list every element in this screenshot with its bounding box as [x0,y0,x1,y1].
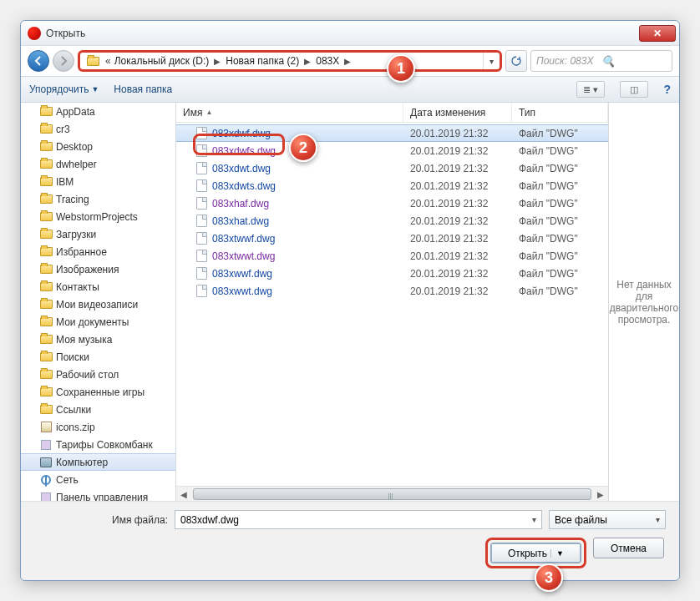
annotation-badge-2: 2 [289,134,317,162]
file-date: 20.01.2019 21:32 [403,233,512,245]
address-bar[interactable]: « Локальный диск (D:) ▶ Новая папка (2) … [78,50,502,72]
tree-label: Тарифы Совкомбанк [56,439,153,451]
tree-item[interactable]: Поиски [21,348,175,366]
tree-label: Моя музыка [56,334,112,346]
tree-item[interactable]: Моя музыка [21,331,175,348]
back-button[interactable] [28,50,49,72]
file-date: 20.01.2019 21:32 [403,250,512,262]
tree-item[interactable]: IBM [21,173,175,190]
file-type: Файл "DWG" [512,285,608,297]
fld-icon [39,229,53,240]
tree-label: Desktop [56,141,93,153]
tree-label: Сохраненные игры [56,386,145,398]
scroll-left-icon[interactable]: ◀ [176,487,191,502]
tree-item[interactable]: AppData [21,103,175,120]
toolbar: Упорядочить▼ Новая папка ≣ ▾ ◫ ? [21,76,679,103]
refresh-button[interactable] [505,50,527,72]
tree-item[interactable]: Панель управления [21,488,175,501]
new-folder-button[interactable]: Новая папка [114,83,172,95]
file-date: 20.01.2019 21:32 [403,180,512,192]
preview-pane-button[interactable]: ◫ [620,81,648,98]
search-placeholder: Поиск: 083X [536,55,601,67]
filename-input[interactable]: 083xdwf.dwg▾ [175,510,542,529]
tree-item[interactable]: Компьютер [21,453,175,471]
file-icon [196,285,207,297]
fld-icon [39,299,53,311]
tree-item[interactable]: Изображения [21,260,175,278]
tree-item[interactable]: Мои видеозаписи [21,295,175,313]
file-name: 083xdwt.dwg [176,162,403,174]
crumb-disk[interactable]: Локальный диск (D:) [113,55,211,67]
tree-item[interactable]: Загрузки [21,225,175,243]
forward-button[interactable] [53,50,74,72]
h-scrollbar[interactable]: ◀ ▶ [176,486,608,501]
tree-item[interactable]: Desktop [21,138,175,155]
tree-label: Компьютер [56,457,108,468]
file-row[interactable]: 083xtwwt.dwg20.01.2019 21:32Файл "DWG" [176,247,608,265]
tree-item[interactable]: Тарифы Совкомбанк [21,436,175,453]
crumb-folder[interactable]: Новая папка (2) [224,55,301,67]
fld-icon [39,211,53,223]
chevron-down-icon[interactable]: ▾ [532,515,536,524]
tree-item[interactable]: cr3 [21,120,175,138]
tree-label: IBM [56,176,74,188]
file-icon [196,197,207,210]
tree-item[interactable]: Избранное [21,243,175,260]
file-date: 20.01.2019 21:32 [403,285,512,297]
file-list[interactable]: 083xdwf.dwg20.01.2019 21:32Файл "DWG"083… [176,123,608,486]
file-row[interactable]: 083xdwts.dwg20.01.2019 21:32Файл "DWG" [176,177,608,194]
tree-label: Tracing [56,194,89,205]
col-name[interactable]: Имя▲ [176,103,403,122]
organize-button[interactable]: Упорядочить▼ [29,83,99,95]
view-mode-button[interactable]: ≣ ▾ [576,81,605,98]
tree-label: Изображения [56,264,119,275]
col-type[interactable]: Тип [512,103,608,122]
filter-select[interactable]: Все файлы▾ [549,510,666,529]
file-row[interactable]: 083xwwt.dwg20.01.2019 21:32Файл "DWG" [176,282,608,300]
tree-item[interactable]: dwhelper [21,155,175,173]
folder-tree[interactable]: AppDatacr3DesktopdwhelperIBMTracingWebst… [21,103,175,501]
fld-icon [39,351,53,363]
cancel-button[interactable]: Отмена [593,538,664,558]
file-row[interactable]: 083xdwt.dwg20.01.2019 21:32Файл "DWG" [176,159,608,177]
file-row[interactable]: 083xwwf.dwg20.01.2019 21:32Файл "DWG" [176,265,608,282]
file-row[interactable]: 083xhaf.dwg20.01.2019 21:32Файл "DWG" [176,194,608,212]
tree-item[interactable]: Сохраненные игры [21,383,175,401]
file-type: Файл "DWG" [512,180,608,192]
file-row[interactable]: 083xtwwf.dwg20.01.2019 21:32Файл "DWG" [176,230,608,247]
search-input[interactable]: Поиск: 083X 🔍 [530,50,672,72]
chevron-down-icon: ▼ [91,85,99,93]
tree-item[interactable]: icons.zip [21,418,175,436]
chevron-down-icon[interactable]: ▼ [550,549,564,558]
tree-item[interactable]: Рабочий стол [21,366,175,383]
scroll-right-icon[interactable]: ▶ [593,487,608,502]
col-date[interactable]: Дата изменения [403,103,512,122]
crumb-current[interactable]: 083X [314,55,341,67]
open-dialog: Открыть ✕ « Локальный диск (D:) ▶ Новая … [20,20,680,581]
file-name: 083xdwts.dwg [176,179,403,192]
file-row[interactable]: 083xhat.dwg20.01.2019 21:32Файл "DWG" [176,212,608,230]
tree-item[interactable]: Мои документы [21,313,175,331]
tree-item[interactable]: Контакты [21,278,175,295]
file-date: 20.01.2019 21:32 [403,198,512,210]
tree-item[interactable]: Ссылки [21,401,175,418]
fld-icon [39,141,53,153]
fld-icon [39,159,53,170]
file-row[interactable]: 083xdwfs.dwg20.01.2019 21:32Файл "DWG" [176,142,608,159]
tree-item[interactable]: Сеть [21,471,175,488]
tree-item[interactable]: WebstormProjects [21,208,175,225]
fld-icon [39,124,53,135]
file-row[interactable]: 083xdwf.dwg20.01.2019 21:32Файл "DWG" [176,124,608,142]
fld-icon [39,194,53,205]
tree-label: Поиски [56,351,89,363]
refresh-icon [510,55,522,67]
help-button[interactable]: ? [663,83,671,96]
tree-item[interactable]: Tracing [21,190,175,208]
close-button[interactable]: ✕ [639,25,676,42]
open-button[interactable]: Открыть▼ [490,543,581,563]
address-dropdown[interactable]: ▾ [483,53,500,69]
scroll-thumb[interactable] [193,488,591,500]
chevron-down-icon: ▾ [656,515,660,524]
sort-asc-icon: ▲ [205,109,212,116]
file-name: 083xhat.dwg [176,215,403,227]
